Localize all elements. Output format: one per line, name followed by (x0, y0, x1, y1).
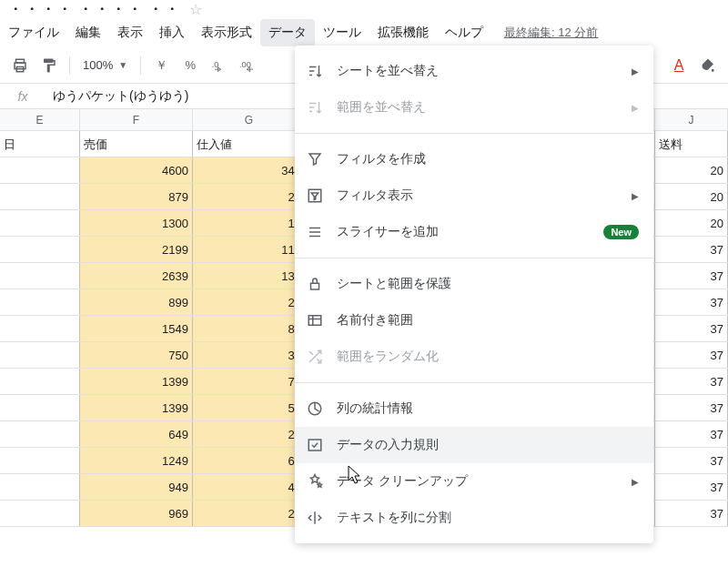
menu-view[interactable]: 表示 (109, 19, 151, 46)
cell[interactable] (0, 474, 80, 500)
cell[interactable] (0, 237, 80, 262)
cell[interactable]: 37 (655, 369, 728, 394)
cell[interactable] (0, 501, 80, 526)
cell[interactable]: 1549 (80, 316, 193, 341)
menu-data-cleanup[interactable]: データ クリーンアップ ▶ (295, 463, 653, 500)
menu-help[interactable]: ヘルプ (437, 19, 491, 46)
menu-column-stats[interactable]: 列の統計情報 (295, 390, 653, 427)
cell[interactable]: 37 (655, 474, 728, 500)
filter-view-icon (306, 187, 324, 205)
cell[interactable] (0, 316, 80, 341)
col-header-f[interactable]: F (80, 109, 193, 130)
cell[interactable] (0, 210, 80, 236)
cell[interactable]: 37 (655, 421, 728, 447)
cell[interactable]: 879 (80, 184, 193, 209)
menu-create-filter[interactable]: フィルタを作成 (295, 141, 653, 177)
col-header-e[interactable]: E (0, 109, 80, 130)
header-cell[interactable]: 売価 (80, 131, 193, 157)
cell[interactable]: 22 (193, 501, 306, 526)
cell[interactable] (0, 369, 80, 394)
cell[interactable]: 1300 (80, 210, 193, 236)
document-title[interactable]: ・・・・ ・・・・ ・・ (7, 0, 180, 20)
cell[interactable]: 37 (655, 263, 728, 289)
cell[interactable]: 2199 (80, 237, 193, 262)
cell[interactable]: 110 (193, 237, 306, 262)
cell[interactable] (0, 342, 80, 368)
increase-decimal-button[interactable]: .00 (236, 53, 261, 78)
cell[interactable]: 22 (193, 184, 306, 209)
cell[interactable]: 132 (193, 263, 306, 289)
cell[interactable]: 20 (655, 157, 728, 183)
col-header-g[interactable]: G (193, 109, 306, 130)
cell[interactable]: 899 (80, 289, 193, 315)
cell[interactable]: 1399 (80, 395, 193, 420)
menu-tools[interactable]: ツール (315, 19, 369, 46)
menu-extensions[interactable]: 拡張機能 (369, 19, 437, 46)
cell[interactable]: 37 (655, 448, 728, 473)
cell[interactable]: 22 (193, 289, 306, 315)
cell[interactable]: 2639 (80, 263, 193, 289)
sort-range-icon (306, 98, 324, 116)
cell[interactable]: 37 (655, 342, 728, 368)
cell[interactable]: 20 (655, 210, 728, 236)
menu-named-ranges[interactable]: 名前付き範囲 (295, 302, 653, 339)
cell[interactable]: 37 (655, 395, 728, 420)
col-header-j[interactable]: J (655, 109, 728, 130)
cell[interactable]: 1399 (80, 369, 193, 394)
cell[interactable] (0, 421, 80, 447)
star-icon[interactable]: ☆ (189, 1, 202, 18)
cell[interactable]: 55 (193, 395, 306, 420)
cell[interactable]: 649 (80, 421, 193, 447)
print-icon[interactable] (7, 53, 33, 78)
cell[interactable] (0, 448, 80, 473)
menu-protect-sheet[interactable]: シートと範囲を保護 (295, 266, 653, 302)
cell[interactable]: 4600 (80, 157, 193, 183)
menu-add-slicer[interactable]: スライサーを追加 New (295, 214, 653, 250)
menu-filter-views[interactable]: フィルタ表示 ▶ (295, 177, 653, 214)
currency-button[interactable]: ￥ (148, 53, 174, 78)
menu-file[interactable]: ファイル (0, 19, 67, 46)
zoom-selector[interactable]: 100% ▼ (77, 58, 133, 72)
cell[interactable]: 11 (193, 210, 306, 236)
split-icon (306, 509, 324, 527)
header-cell[interactable]: 日 (0, 131, 80, 157)
text-color-button[interactable]: A (666, 53, 692, 78)
menu-data[interactable]: データ (260, 19, 315, 46)
menu-data-validation[interactable]: データの入力規則 (295, 427, 653, 463)
header-cell[interactable]: 仕入値 (193, 131, 306, 157)
fill-color-button[interactable] (695, 53, 721, 78)
paint-format-icon[interactable] (36, 53, 62, 78)
cell[interactable]: 340 (193, 157, 306, 183)
decrease-decimal-button[interactable]: .0 (207, 53, 232, 78)
cell[interactable]: 77 (193, 369, 306, 394)
cell[interactable]: 37 (655, 501, 728, 526)
cell[interactable]: 37 (655, 237, 728, 262)
percent-button[interactable]: % (177, 53, 203, 78)
menu-separator (295, 133, 653, 134)
menu-sort-sheet[interactable]: シートを並べ替え ▶ (295, 53, 653, 89)
cell[interactable]: 750 (80, 342, 193, 368)
stats-icon (306, 400, 324, 418)
cell[interactable]: 949 (80, 474, 193, 500)
cell[interactable]: 1249 (80, 448, 193, 473)
cell[interactable] (0, 289, 80, 315)
cell[interactable]: 33 (193, 342, 306, 368)
last-edit-link[interactable]: 最終編集: 12 分前 (504, 25, 598, 41)
cell[interactable] (0, 184, 80, 209)
cell[interactable]: 37 (655, 289, 728, 315)
cell[interactable]: 20 (655, 184, 728, 209)
menu-insert[interactable]: 挿入 (151, 19, 193, 46)
cell[interactable] (0, 395, 80, 420)
menu-split-text[interactable]: テキストを列に分割 (295, 500, 653, 536)
menu-format[interactable]: 表示形式 (193, 19, 260, 46)
cell[interactable]: 66 (193, 448, 306, 473)
cell[interactable] (0, 157, 80, 183)
cell[interactable]: 88 (193, 316, 306, 341)
cell[interactable]: 44 (193, 474, 306, 500)
menu-edit[interactable]: 編集 (67, 19, 109, 46)
header-cell[interactable]: 送料 (655, 131, 728, 157)
cell[interactable]: 37 (655, 316, 728, 341)
cell[interactable]: 22 (193, 421, 306, 447)
cell[interactable] (0, 263, 80, 289)
cell[interactable]: 969 (80, 501, 193, 526)
